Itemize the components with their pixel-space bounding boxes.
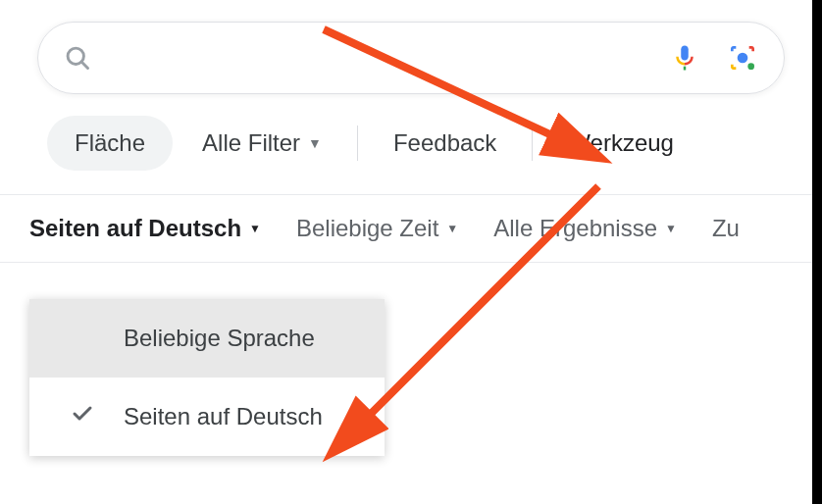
chip-feedback-label: Feedback [393,129,496,157]
tool-language-label: Seiten auf Deutsch [29,215,241,242]
chevron-down-icon: ▼ [249,222,261,235]
language-dropdown: Beliebige Sprache Seiten auf Deutsch [29,299,385,456]
microphone-icon[interactable] [670,43,699,73]
tool-time-label: Beliebige Zeit [296,215,438,242]
tool-reset[interactable]: Zu [712,215,740,242]
chevron-down-icon: ▼ [446,222,458,235]
search-right-icons [670,42,758,74]
search-icon [64,44,91,72]
chevron-down-icon: ▼ [665,222,677,235]
lens-icon[interactable] [727,42,758,74]
svg-line-1 [81,62,87,68]
chip-tools-label: Werkzeug [568,129,674,157]
dropdown-label: Seiten auf Deutsch [124,403,323,429]
tool-language[interactable]: Seiten auf Deutsch ▼ [29,215,261,242]
chevron-down-icon: ▼ [308,135,322,151]
tool-time[interactable]: Beliebige Zeit ▼ [296,215,458,242]
search-bar[interactable] [37,22,785,94]
chip-feedback[interactable]: Feedback [384,116,506,171]
tool-results-label: Alle Ergebnisse [493,215,657,242]
chip-area[interactable]: Fläche [47,116,173,171]
right-edge [812,0,822,504]
chip-tools[interactable]: Werkzeug [558,116,684,171]
check-icon [71,402,94,431]
chip-all-filters[interactable]: Alle Filter ▼ [192,116,332,171]
svg-point-3 [747,63,754,70]
svg-point-2 [738,53,748,64]
chip-all-filters-label: Alle Filter [202,129,300,157]
divider [532,126,533,161]
dropdown-item-pages-german[interactable]: Seiten auf Deutsch [29,378,385,456]
dropdown-label: Beliebige Sprache [124,325,315,351]
chip-area-label: Fläche [75,129,145,157]
dropdown-item-any-language[interactable]: Beliebige Sprache [29,299,385,378]
filter-bar: Fläche Alle Filter ▼ Feedback Werkzeug [0,94,822,194]
tool-reset-label: Zu [712,215,740,242]
search-input[interactable] [103,45,670,71]
tool-results[interactable]: Alle Ergebnisse ▼ [493,215,677,242]
divider [357,126,358,161]
tools-bar: Seiten auf Deutsch ▼ Beliebige Zeit ▼ Al… [0,195,822,263]
